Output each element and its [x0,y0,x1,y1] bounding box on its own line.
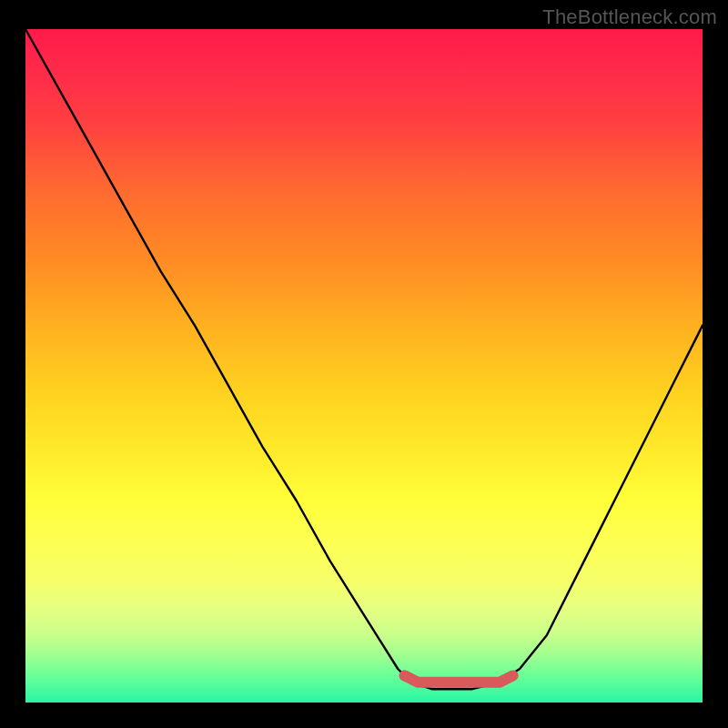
sweet-spot-highlight [405,675,513,682]
bottleneck-curve [25,29,703,689]
watermark: TheBottleneck.com [542,5,717,29]
plot-area [25,29,703,703]
curve-layer [25,29,703,703]
sweet-spot-dot [399,670,410,681]
chart-container: TheBottleneck.com [0,0,728,728]
